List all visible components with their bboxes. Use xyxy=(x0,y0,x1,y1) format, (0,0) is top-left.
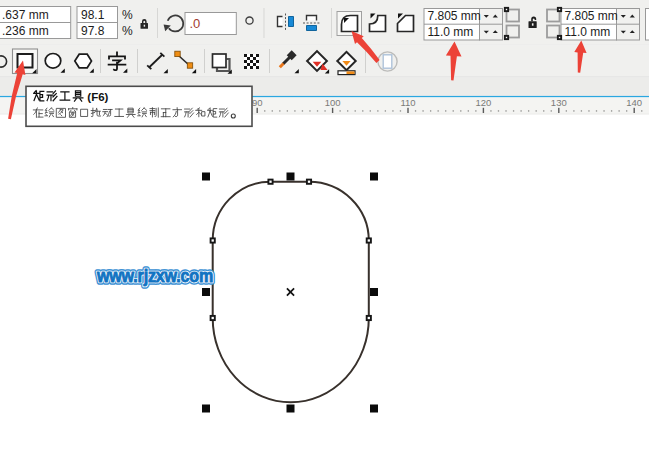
svg-text:120: 120 xyxy=(475,97,491,108)
svg-text:%: % xyxy=(122,24,133,38)
svg-text:100: 100 xyxy=(325,97,341,108)
svg-text:98.1: 98.1 xyxy=(81,8,105,22)
svg-text:7.805 mm: 7.805 mm xyxy=(565,9,618,23)
svg-text:140: 140 xyxy=(626,97,642,108)
svg-text:www.rjzxw.com: www.rjzxw.com xyxy=(96,266,213,286)
svg-text:130: 130 xyxy=(551,97,567,108)
svg-text:7.805 mm: 7.805 mm xyxy=(428,9,481,23)
svg-text:110: 110 xyxy=(400,97,415,108)
svg-text:(F6): (F6) xyxy=(87,91,108,103)
svg-text:11.0 mm: 11.0 mm xyxy=(428,25,474,39)
svg-text:%: % xyxy=(122,8,133,22)
svg-text:.637 mm: .637 mm xyxy=(2,8,49,22)
svg-text:90: 90 xyxy=(252,97,263,108)
svg-text:97.8: 97.8 xyxy=(81,24,105,38)
svg-text:11.0 mm: 11.0 mm xyxy=(565,25,611,39)
svg-text:.236 mm: .236 mm xyxy=(2,24,49,38)
svg-text:.0: .0 xyxy=(190,16,201,31)
